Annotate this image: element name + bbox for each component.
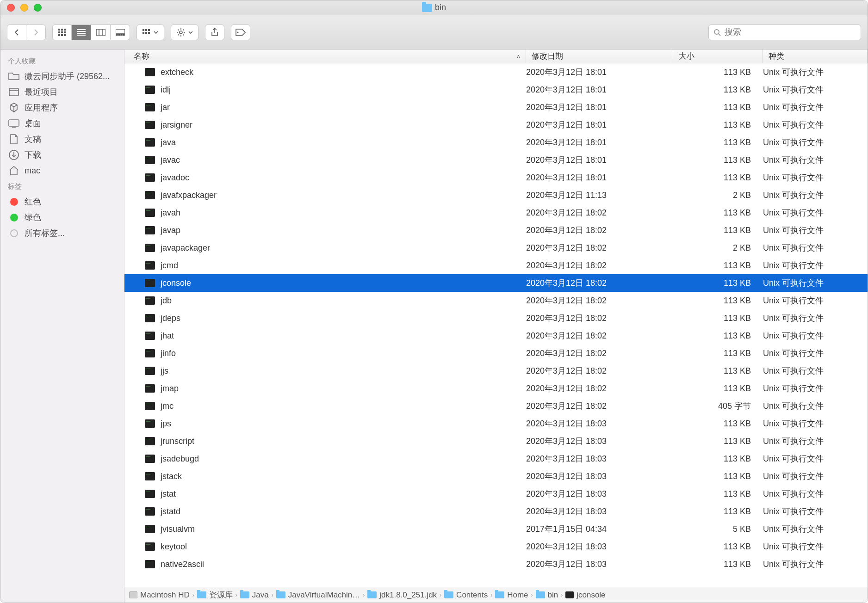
titlebar[interactable]: bin xyxy=(0,0,868,15)
svg-rect-41 xyxy=(9,120,19,126)
file-row[interactable]: jarsigner 2020年3月12日 18:01 113 KB Unix 可… xyxy=(124,116,868,134)
sidebar-item-recents[interactable]: 最近项目 xyxy=(0,84,124,100)
svg-rect-17 xyxy=(116,34,118,36)
folder-icon xyxy=(8,71,20,82)
chevron-right-icon: › xyxy=(192,592,194,598)
svg-rect-6 xyxy=(58,34,60,36)
file-rows[interactable]: extcheck 2020年3月12日 18:01 113 KB Unix 可执… xyxy=(124,63,868,587)
file-row[interactable]: javah 2020年3月12日 18:02 113 KB Unix 可执行文件 xyxy=(124,204,868,222)
sidebar-heading-tags: 标签 xyxy=(0,178,124,194)
file-row[interactable]: jhat 2020年3月12日 18:02 113 KB Unix 可执行文件 xyxy=(124,327,868,345)
path-crumb[interactable]: JavaVirtualMachin… xyxy=(276,591,360,600)
path-crumb[interactable]: bin xyxy=(536,591,558,600)
file-row[interactable]: jsadebugd 2020年3月12日 18:03 113 KB Unix 可… xyxy=(124,450,868,468)
file-row[interactable]: jmc 2020年3月12日 18:02 405 字节 Unix 可执行文件 xyxy=(124,397,868,415)
file-name: jdeps xyxy=(161,314,526,323)
search-field[interactable] xyxy=(708,25,861,40)
column-name[interactable]: 名称 ʌ xyxy=(124,49,526,63)
file-size: 113 KB xyxy=(673,120,763,130)
back-button[interactable] xyxy=(7,25,26,40)
file-row[interactable]: javap 2020年3月12日 18:02 113 KB Unix 可执行文件 xyxy=(124,222,868,239)
sidebar-item-label: 微云同步助手 (29562... xyxy=(25,71,110,82)
column-size[interactable]: 大小 xyxy=(673,49,763,63)
path-crumb[interactable]: 资源库 xyxy=(197,590,233,600)
close-icon[interactable] xyxy=(7,4,15,12)
file-row[interactable]: idlj 2020年3月12日 18:01 113 KB Unix 可执行文件 xyxy=(124,81,868,98)
sidebar-tag-red[interactable]: 红色 xyxy=(0,194,124,209)
file-name: jhat xyxy=(161,331,526,341)
file-row[interactable]: jdb 2020年3月12日 18:02 113 KB Unix 可执行文件 xyxy=(124,292,868,309)
minimize-icon[interactable] xyxy=(20,4,28,12)
executable-icon xyxy=(145,103,155,111)
sidebar-item-home[interactable]: mac xyxy=(0,163,124,178)
svg-rect-19 xyxy=(121,34,122,36)
file-name: javah xyxy=(161,208,526,218)
file-row[interactable]: jmap 2020年3月12日 18:02 113 KB Unix 可执行文件 xyxy=(124,380,868,397)
action-button[interactable] xyxy=(171,25,198,40)
file-row[interactable]: native2ascii 2020年3月12日 18:03 113 KB Uni… xyxy=(124,555,868,573)
forward-button[interactable] xyxy=(26,25,46,40)
file-kind: Unix 可执行文件 xyxy=(763,313,868,324)
path-crumb-label: bin xyxy=(548,591,558,600)
file-row[interactable]: jstatd 2020年3月12日 18:03 113 KB Unix 可执行文… xyxy=(124,503,868,520)
path-crumb[interactable]: Java xyxy=(240,591,269,600)
file-row[interactable]: jinfo 2020年3月12日 18:02 113 KB Unix 可执行文件 xyxy=(124,345,868,362)
file-date: 2017年1月15日 04:34 xyxy=(526,523,673,535)
tags-button[interactable] xyxy=(231,25,250,40)
file-row[interactable]: javapackager 2020年3月12日 18:02 2 KB Unix … xyxy=(124,239,868,257)
file-row[interactable]: jps 2020年3月12日 18:03 113 KB Unix 可执行文件 xyxy=(124,415,868,432)
sidebar-item-folder[interactable]: 微云同步助手 (29562... xyxy=(0,68,124,84)
path-crumb[interactable]: Macintosh HD xyxy=(129,591,190,600)
file-kind: Unix 可执行文件 xyxy=(763,453,868,464)
sidebar-item-label: 红色 xyxy=(25,196,41,207)
svg-rect-4 xyxy=(61,31,63,33)
path-crumb[interactable]: Contents xyxy=(444,591,488,600)
file-row[interactable]: jstat 2020年3月12日 18:03 113 KB Unix 可执行文件 xyxy=(124,485,868,503)
column-view-button[interactable] xyxy=(91,25,111,40)
executable-icon xyxy=(145,367,155,375)
svg-line-35 xyxy=(183,29,184,30)
executable-icon xyxy=(145,226,155,234)
file-size: 405 字节 xyxy=(673,400,763,412)
file-row[interactable]: jjs 2020年3月12日 18:02 113 KB Unix 可执行文件 xyxy=(124,362,868,380)
file-row[interactable]: javac 2020年3月12日 18:01 113 KB Unix 可执行文件 xyxy=(124,151,868,169)
sidebar-item-desktop[interactable]: 桌面 xyxy=(0,116,124,131)
sidebar-tag-green[interactable]: 绿色 xyxy=(0,209,124,225)
file-row[interactable]: jar 2020年3月12日 18:01 113 KB Unix 可执行文件 xyxy=(124,98,868,116)
sidebar-item-apps[interactable]: 应用程序 xyxy=(0,100,124,116)
path-crumb-label: jdk1.8.0_251.jdk xyxy=(379,591,437,600)
chevron-right-icon: › xyxy=(561,592,563,598)
column-date[interactable]: 修改日期 xyxy=(526,49,673,63)
file-row[interactable]: keytool 2020年3月12日 18:03 113 KB Unix 可执行… xyxy=(124,538,868,555)
svg-point-27 xyxy=(180,31,182,34)
svg-line-32 xyxy=(178,29,179,30)
column-kind[interactable]: 种类 xyxy=(763,49,868,63)
icon-view-button[interactable] xyxy=(52,25,72,40)
file-row[interactable]: extcheck 2020年3月12日 18:01 113 KB Unix 可执… xyxy=(124,63,868,81)
sidebar-item-documents[interactable]: 文稿 xyxy=(0,131,124,147)
file-row[interactable]: jvisualvm 2017年1月15日 04:34 5 KB Unix 可执行… xyxy=(124,520,868,538)
search-input[interactable] xyxy=(725,27,856,37)
file-row[interactable]: javadoc 2020年3月12日 18:01 113 KB Unix 可执行… xyxy=(124,169,868,186)
share-button[interactable] xyxy=(205,25,224,40)
path-crumb[interactable]: Home xyxy=(495,591,528,600)
file-row[interactable]: jconsole 2020年3月12日 18:02 113 KB Unix 可执… xyxy=(124,274,868,292)
sidebar-item-downloads[interactable]: 下载 xyxy=(0,147,124,163)
file-name: jrunscript xyxy=(161,437,526,446)
file-row[interactable]: jdeps 2020年3月12日 18:02 113 KB Unix 可执行文件 xyxy=(124,309,868,327)
svg-line-38 xyxy=(719,34,720,36)
file-kind: Unix 可执行文件 xyxy=(763,400,868,412)
sidebar-tag-grey[interactable]: 所有标签... xyxy=(0,225,124,241)
file-row[interactable]: jrunscript 2020年3月12日 18:03 113 KB Unix … xyxy=(124,432,868,450)
list-view-button[interactable] xyxy=(72,25,91,40)
path-crumb[interactable]: jdk1.8.0_251.jdk xyxy=(367,591,437,600)
maximize-icon[interactable] xyxy=(34,4,42,12)
arrange-button[interactable] xyxy=(136,25,164,40)
file-row[interactable]: jcmd 2020年3月12日 18:02 113 KB Unix 可执行文件 xyxy=(124,257,868,274)
file-row[interactable]: jstack 2020年3月12日 18:03 113 KB Unix 可执行文… xyxy=(124,468,868,485)
file-date: 2020年3月12日 18:03 xyxy=(526,559,673,570)
path-crumb[interactable]: jconsole xyxy=(565,591,605,600)
file-row[interactable]: javafxpackager 2020年3月12日 11:13 2 KB Uni… xyxy=(124,186,868,204)
file-row[interactable]: java 2020年3月12日 18:01 113 KB Unix 可执行文件 xyxy=(124,134,868,151)
gallery-view-button[interactable] xyxy=(111,25,130,40)
